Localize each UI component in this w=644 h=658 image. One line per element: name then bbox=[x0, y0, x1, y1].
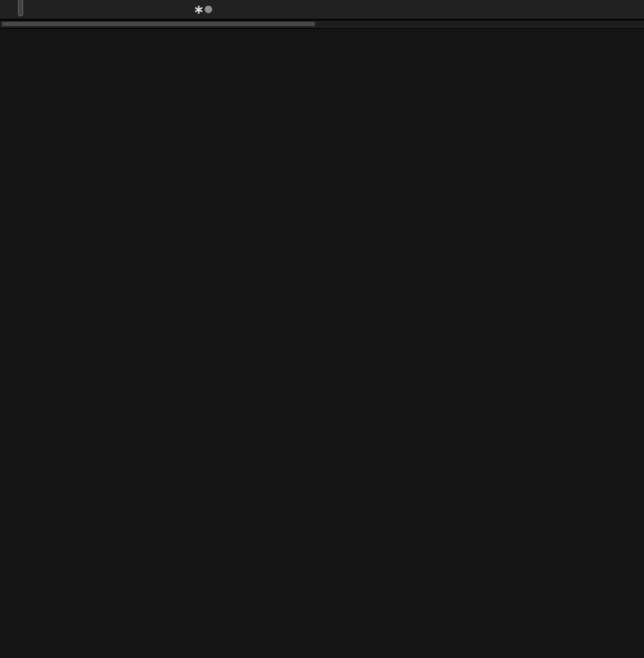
initial-sort-button[interactable] bbox=[18, 0, 23, 16]
dot-icon bbox=[205, 6, 212, 13]
header-initial[interactable] bbox=[0, 0, 31, 19]
horizontal-scrollbar[interactable] bbox=[0, 20, 644, 29]
header-name[interactable] bbox=[100, 6, 218, 14]
header-marks bbox=[195, 6, 218, 14]
asterisk-icon bbox=[195, 6, 203, 14]
table-header bbox=[0, 0, 644, 20]
scrollbar-thumb[interactable] bbox=[2, 22, 315, 26]
quote-app bbox=[0, 0, 644, 658]
